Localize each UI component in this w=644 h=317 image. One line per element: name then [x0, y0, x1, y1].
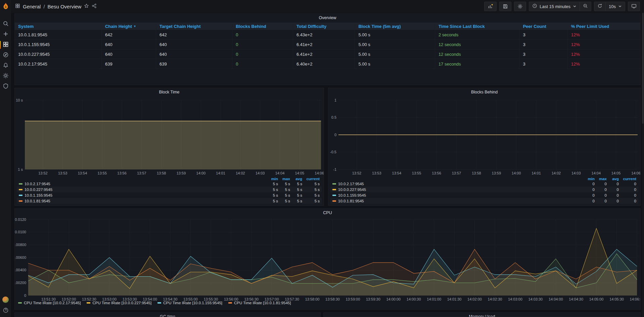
table-header-cell[interactable]: Peer Count — [519, 23, 567, 30]
sidebar-item-server-admin[interactable] — [0, 81, 11, 92]
legend-series-label[interactable]: CPU Time IRate [10.0.1.155:9545] — [157, 301, 222, 305]
legend-series-label[interactable]: 10.0.1.81:9545 — [19, 199, 266, 203]
table-cell: 3 — [519, 40, 567, 49]
breadcrumb-folder[interactable]: General — [23, 4, 41, 9]
table-header-cell[interactable]: % Peer Limit Used — [568, 23, 640, 30]
cycle-view-mode-button[interactable] — [628, 2, 640, 11]
sidebar-item-configuration[interactable] — [0, 71, 11, 81]
grafana-logo-icon[interactable] — [0, 0, 11, 13]
table-cell: 2 seconds — [435, 30, 520, 40]
monitor-icon — [631, 3, 637, 10]
svg-text:1 s: 1 s — [18, 167, 23, 171]
legend-series-label[interactable]: CPU Time IRate [10.0.0.227:9545] — [87, 301, 151, 305]
svg-text:14:03: 14:03 — [256, 171, 265, 175]
svg-text:13:54: 13:54 — [78, 171, 87, 175]
svg-text:14:02: 14:02 — [552, 171, 561, 175]
legend-series-label[interactable]: CPU Time IRate [10.0.1.81:9545] — [228, 301, 291, 305]
legend-series-label[interactable]: 10.0.2.17:9545 — [332, 182, 583, 186]
svg-text:14:01: 14:01 — [216, 171, 225, 175]
legend-stat-value: 5 s — [278, 193, 290, 197]
refresh-interval-button[interactable]: 10s — [605, 2, 625, 11]
table-cell: 3 — [519, 49, 567, 59]
cpu-panel-title[interactable]: CPU — [15, 209, 640, 217]
navbar-actions: Last 15 minutes — [484, 2, 640, 11]
legend-stat-value: 5 s — [278, 188, 290, 192]
user-avatar[interactable] — [2, 296, 9, 303]
block-time-panel-title[interactable]: Block Time — [15, 88, 324, 96]
svg-text:14:02:00: 14:02:00 — [467, 297, 482, 301]
time-range-button[interactable]: Last 15 minutes — [529, 2, 580, 11]
svg-text:0.0120: 0.0120 — [15, 217, 26, 222]
block-time-plot[interactable]: 13:5213:5313:5413:5513:5613:5713:5813:59… — [15, 96, 324, 180]
block-time-legend: minmaxavgcurrent10.0.2.17:95455 s5 s5 s5… — [17, 176, 322, 204]
legend-series-label[interactable]: 10.0.1.155:9545 — [19, 193, 266, 197]
svg-text:14:00: 14:00 — [196, 171, 206, 175]
svg-text:1: 1 — [334, 98, 336, 102]
save-dashboard-button[interactable] — [499, 2, 511, 11]
legend-row: 10.0.1.155:95455 s5 s5 s5 s — [17, 192, 322, 198]
legend-stat-header: min — [266, 177, 278, 181]
table-cell: 10.0.0.227:9545 — [15, 49, 102, 59]
share-icon[interactable] — [92, 3, 97, 9]
sidebar-item-search[interactable] — [0, 19, 11, 29]
legend-stat-value: 5 s — [266, 199, 278, 203]
table-cell: 639 — [156, 59, 232, 69]
legend-series-label[interactable]: CPU Time IRate [10.0.2.17:9545] — [18, 301, 81, 305]
svg-text:13:57: 13:57 — [137, 171, 146, 175]
legend-swatch-icon — [332, 200, 336, 202]
page-scrollbar — [642, 13, 644, 317]
scrollbar-thumb[interactable] — [642, 13, 644, 124]
help-question-icon — [3, 307, 9, 315]
legend-series-label[interactable]: 10.0.1.155:9545 — [332, 193, 583, 197]
table-cell: 640 — [102, 40, 156, 49]
block-time-chart[interactable]: 13:5213:5313:5413:5513:5613:5713:5813:59… — [15, 96, 324, 182]
legend-series-label[interactable]: 10.0.0.227:9545 — [19, 188, 266, 192]
breadcrumb-dashboard-title[interactable]: Besu Overview — [48, 4, 82, 9]
sidebar — [0, 0, 11, 317]
chevron-down-icon — [573, 4, 577, 9]
legend-swatch-icon — [19, 200, 22, 202]
table-header-cell[interactable]: System — [15, 23, 102, 30]
svg-text:14:05:30: 14:05:30 — [609, 297, 624, 301]
legend-series-label[interactable]: 10.0.1.81:9545 — [332, 199, 583, 203]
cpu-plot[interactable]: 13:51:3013:52:0013:52:3013:53:0013:53:30… — [15, 217, 640, 307]
table-cell: 5.00 s — [355, 59, 435, 69]
sidebar-item-create[interactable] — [0, 29, 11, 40]
table-header-cell[interactable]: Target Chain Height — [156, 23, 232, 30]
svg-text:13:58:00: 13:58:00 — [305, 297, 320, 301]
sidebar-item-dashboards[interactable] — [0, 40, 11, 50]
memory-used-panel-title[interactable]: Memory Used — [324, 313, 640, 317]
svg-text:13:56: 13:56 — [117, 171, 127, 175]
legend-stat-value: 0 — [595, 199, 607, 203]
table-cell: 6.43e+2 — [293, 30, 355, 40]
gc-time-panel-title[interactable]: GC time — [15, 313, 320, 317]
overview-panel-title[interactable]: Overview — [15, 14, 640, 22]
add-panel-button[interactable] — [484, 2, 497, 11]
blocks-behind-panel-title[interactable]: Blocks Behind — [328, 88, 640, 96]
table-header-cell[interactable]: Total Difficulty — [293, 23, 355, 30]
legend-swatch-icon — [19, 195, 22, 196]
cpu-chart[interactable]: 13:51:3013:52:0013:52:3013:53:0013:53:30… — [15, 217, 640, 308]
sidebar-item-alerting[interactable] — [0, 61, 11, 71]
legend-series-label[interactable]: 10.0.2.17:9545 — [19, 182, 266, 186]
sidebar-item-explore[interactable] — [0, 50, 11, 61]
table-header-cell[interactable]: Chain Height▾ — [102, 23, 156, 30]
dashboard-settings-button[interactable] — [514, 2, 526, 11]
legend-stat-value: 0 — [583, 188, 595, 192]
sidebar-item-help[interactable] — [0, 308, 11, 314]
legend-stat-value: 5 s — [302, 199, 320, 203]
cpu-legend: CPU Time IRate [10.0.2.17:9545]CPU Time … — [18, 301, 291, 305]
zoom-out-time-button[interactable] — [580, 2, 591, 11]
star-icon[interactable] — [84, 3, 89, 9]
svg-text:13:52: 13:52 — [38, 171, 48, 175]
legend-stat-value: 0 — [619, 193, 636, 197]
table-header-cell[interactable]: Block Time (5m avg) — [355, 23, 435, 30]
refresh-button[interactable] — [594, 2, 605, 11]
legend-series-label[interactable]: 10.0.0.227:9545 — [332, 188, 583, 192]
legend-stat-value: 5 s — [302, 182, 320, 186]
zoom-out-icon — [583, 3, 588, 9]
blocks-behind-plot[interactable]: 13:5213:5313:5413:5513:5613:5713:5813:59… — [328, 96, 640, 180]
table-header-cell[interactable]: Time Since Last Block — [435, 23, 520, 30]
blocks-behind-chart[interactable]: 13:5213:5313:5413:5513:5613:5713:5813:59… — [328, 96, 640, 182]
table-header-cell[interactable]: Blocks Behind — [232, 23, 293, 30]
